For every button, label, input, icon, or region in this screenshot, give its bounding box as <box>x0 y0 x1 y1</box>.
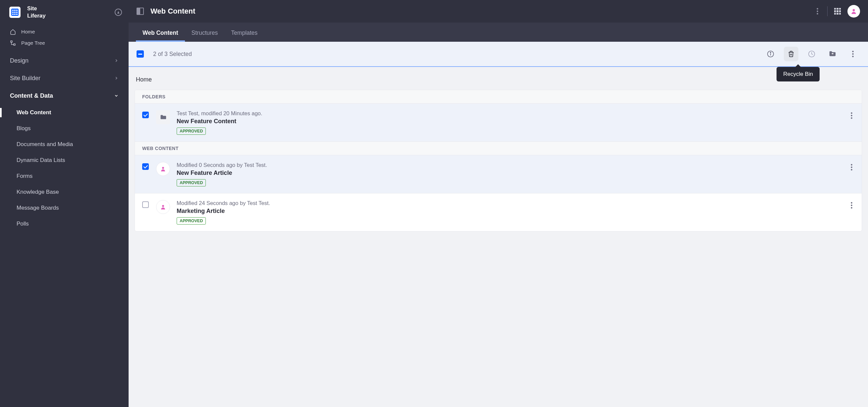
sidebar-item-webcontent[interactable]: Web Content <box>0 105 129 121</box>
expire-button[interactable] <box>804 47 819 61</box>
info-icon <box>767 50 774 58</box>
quick-home[interactable]: Home <box>0 26 129 37</box>
kebab-icon <box>851 202 852 209</box>
tab-label: Structures <box>192 30 218 36</box>
compass-button[interactable] <box>115 9 122 16</box>
main: Web Content Web Content Structures Templ… <box>129 0 868 407</box>
brand-label-1: Site <box>27 5 46 12</box>
sidebar-item-polls[interactable]: Polls <box>0 216 129 232</box>
svg-point-14 <box>851 115 852 116</box>
chevron-down-icon <box>114 93 119 98</box>
sidebar-item-label: Polls <box>17 221 29 227</box>
sidebar-item-label: Documents and Media <box>17 141 73 147</box>
brand-icon[interactable] <box>9 7 21 18</box>
user-icon <box>160 204 166 210</box>
chevron-right-icon <box>114 58 119 63</box>
svg-point-17 <box>851 164 852 165</box>
article-row[interactable]: Modified 24 Seconds ago by Test Test. Ma… <box>135 193 862 231</box>
row-kebab[interactable] <box>849 200 855 211</box>
sidebar-item-messageboards[interactable]: Message Boards <box>0 200 129 216</box>
kebab-icon <box>851 164 852 171</box>
sidebar-item-label: Knowledge Base <box>17 189 59 195</box>
tree-icon <box>10 40 16 46</box>
quick-home-label: Home <box>21 29 35 35</box>
user-icon <box>850 8 857 14</box>
sidebar: Site Liferay Home Page Tree Design Site … <box>0 0 129 407</box>
app-grid-button[interactable] <box>831 5 844 18</box>
tab-structures[interactable]: Structures <box>185 24 225 42</box>
row-meta: Test Test, modified 20 Minutes ago. <box>177 110 849 116</box>
chevron-right-icon <box>114 76 119 80</box>
svg-point-2 <box>817 8 818 9</box>
selection-kebab[interactable] <box>845 47 860 61</box>
folder-row[interactable]: Test Test, modified 20 Minutes ago. New … <box>135 104 862 142</box>
recycle-bin-button[interactable] <box>784 47 798 61</box>
divider <box>827 6 828 16</box>
clock-icon <box>808 50 815 58</box>
sidebar-item-label: Blogs <box>17 125 31 132</box>
sidebar-item-label: Web Content <box>17 109 51 115</box>
tab-webcontent[interactable]: Web Content <box>136 24 185 42</box>
author-avatar <box>156 200 170 214</box>
selection-count: 2 of 3 Selected <box>153 51 192 58</box>
section-sitebuilder-label: Site Builder <box>10 75 40 82</box>
svg-point-22 <box>851 205 852 206</box>
quick-pagetree-label: Page Tree <box>21 40 45 46</box>
row-checkbox[interactable] <box>142 201 149 208</box>
svg-point-4 <box>817 13 818 14</box>
tab-label: Web Content <box>143 30 178 36</box>
breadcrumb-item: Home <box>136 76 152 83</box>
quick-pagetree[interactable]: Page Tree <box>0 37 129 49</box>
sidebar-item-ddl[interactable]: Dynamic Data Lists <box>0 152 129 168</box>
sidebar-item-label: Message Boards <box>17 205 59 211</box>
row-checkbox[interactable] <box>142 163 149 170</box>
folder-icon <box>159 114 167 121</box>
tooltip: Recycle Bin <box>777 67 819 81</box>
select-all-checkbox[interactable] <box>136 50 144 58</box>
author-avatar <box>156 162 170 176</box>
kebab-icon <box>817 8 818 14</box>
svg-point-19 <box>851 169 852 170</box>
svg-point-10 <box>852 51 854 52</box>
grid-icon <box>834 8 841 14</box>
panel-icon[interactable] <box>136 8 144 15</box>
sidebar-item-forms[interactable]: Forms <box>0 168 129 184</box>
section-contentdata[interactable]: Content & Data <box>0 87 129 105</box>
sidebar-item-kb[interactable]: Knowledge Base <box>0 184 129 200</box>
breadcrumb[interactable]: Home <box>129 67 868 90</box>
tabs: Web Content Structures Templates <box>129 23 868 42</box>
tooltip-text: Recycle Bin <box>783 71 813 77</box>
row-kebab[interactable] <box>849 162 855 173</box>
svg-point-21 <box>851 202 852 203</box>
info-button[interactable] <box>763 47 778 61</box>
sidebar-item-blogs[interactable]: Blogs <box>0 121 129 136</box>
section-sitebuilder[interactable]: Site Builder <box>0 70 129 87</box>
row-title: Marketing Article <box>177 208 849 214</box>
section-header-webcontent: WEB CONTENT <box>135 142 862 155</box>
selection-bar: 2 of 3 Selected Recycle Bin <box>129 42 868 67</box>
status-badge: APPROVED <box>177 179 206 186</box>
subnav-contentdata: Web Content Blogs Documents and Media Dy… <box>0 105 129 232</box>
row-kebab[interactable] <box>849 110 855 121</box>
svg-point-16 <box>162 167 164 169</box>
row-checkbox[interactable] <box>142 112 149 118</box>
section-contentdata-label: Content & Data <box>10 92 53 99</box>
tab-templates[interactable]: Templates <box>224 24 264 42</box>
topbar: Web Content <box>129 0 868 23</box>
svg-point-12 <box>852 56 854 57</box>
user-avatar[interactable] <box>847 5 860 18</box>
svg-point-13 <box>851 112 852 113</box>
home-icon <box>10 29 16 35</box>
svg-point-20 <box>162 205 164 207</box>
svg-point-8 <box>770 52 771 53</box>
section-design-label: Design <box>10 57 29 64</box>
sidebar-item-documents[interactable]: Documents and Media <box>0 136 129 152</box>
article-row[interactable]: Modified 0 Seconds ago by Test Test. New… <box>135 155 862 193</box>
page-title: Web Content <box>151 7 195 15</box>
row-title: New Feature Article <box>177 170 849 176</box>
move-button[interactable] <box>825 47 839 61</box>
svg-point-11 <box>852 53 854 55</box>
kebab-icon <box>852 51 854 57</box>
section-design[interactable]: Design <box>0 52 129 70</box>
topbar-kebab[interactable] <box>811 5 824 18</box>
